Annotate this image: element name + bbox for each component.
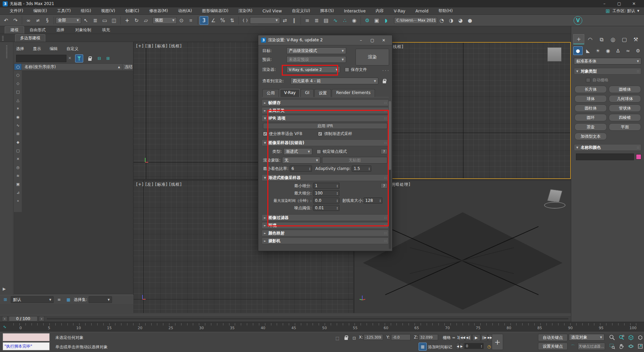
tab-render-elements[interactable]: Render Elements <box>332 89 375 97</box>
ribbon-tab-modeling[interactable]: 建模 <box>5 26 24 34</box>
create-cone-button[interactable]: 圆锥体 <box>609 86 641 93</box>
viewcube[interactable] <box>547 47 561 61</box>
y-coordinate-field[interactable]: -0.0 <box>391 334 411 340</box>
viewcube[interactable] <box>547 189 562 203</box>
filter-geometry-icon[interactable]: ◇ <box>15 81 21 86</box>
render-button[interactable]: 渲染 <box>356 49 389 65</box>
zoom-extents-icon[interactable] <box>627 334 635 342</box>
spinner-icon[interactable]: ▴▾ <box>480 344 482 348</box>
explorer-menu-edit[interactable]: 编辑 <box>50 46 58 52</box>
filter-bones-icon[interactable]: ▢ <box>15 148 21 153</box>
filter-shapes-icon[interactable]: □ <box>15 89 21 95</box>
tab-gi[interactable]: GI <box>301 89 314 97</box>
min-shading-field[interactable]: 6 ▴▾ <box>290 166 312 172</box>
go-to-start-button[interactable]: ❙◀◀ <box>458 334 465 341</box>
column-divider[interactable] <box>122 64 122 70</box>
project-folder-field[interactable]: C:\Users\··· Max 2021 <box>394 17 437 24</box>
filter-cameras-icon[interactable]: ☀ <box>15 106 21 112</box>
menu-interactive[interactable]: Interactive <box>339 9 371 13</box>
filter-materials-icon[interactable]: ◎ <box>15 165 21 170</box>
no-map-button[interactable]: 无贴图 <box>322 157 387 164</box>
set-key-button[interactable]: 设置关键点 <box>538 343 568 350</box>
preset-dropdown[interactable]: 未选定预设 ▼ <box>286 56 346 63</box>
freeze-column-header[interactable]: 冻结 <box>124 64 132 70</box>
tab-hierarchy[interactable]: ⧉ <box>596 34 607 44</box>
dialog-scrollbar[interactable] <box>389 101 391 249</box>
lock-noise-checkbox[interactable] <box>317 149 321 154</box>
filter-layers-icon[interactable]: ⊿ <box>15 190 21 195</box>
select-by-name-button[interactable]: ≣ <box>91 16 100 25</box>
subtab-lights[interactable]: ☀ <box>593 46 603 55</box>
maxscript-listener-output[interactable]: "执行脚本完毕" <box>3 342 50 350</box>
ribbon-tab-freeform[interactable]: 自由形式 <box>24 27 51 34</box>
maximize-viewport-icon[interactable] <box>636 342 644 350</box>
workspace-selector[interactable]: ⊞ 工作区: 默认 ▼ <box>603 7 639 15</box>
menu-modifiers[interactable]: 修改器(M) <box>144 8 173 14</box>
render-production-button[interactable]: ◗ <box>382 16 390 25</box>
create-pyramid-button[interactable]: 四棱锥 <box>609 114 641 121</box>
clear-search-icon[interactable]: ✕ <box>68 56 71 60</box>
schematic-view-button[interactable]: ∴ <box>340 16 349 25</box>
filter-all-icon[interactable]: ○ <box>15 72 21 78</box>
spinner-icon[interactable]: ▴▾ <box>335 206 338 210</box>
named-sets-dropdown[interactable]: ▼ <box>250 17 280 24</box>
menu-file[interactable]: 文件(F) <box>5 8 28 14</box>
drag-handle[interactable] <box>6 45 7 58</box>
menu-content[interactable]: 内容 <box>371 8 389 14</box>
subtab-systems[interactable]: ⚙ <box>633 46 643 55</box>
maxscript-listener-input[interactable] <box>3 333 50 341</box>
select-scale-button[interactable]: ▱ <box>142 16 150 25</box>
time-tag-cube-icon[interactable]: ▦ <box>419 343 427 351</box>
select-link-button[interactable]: ∞ <box>24 16 33 25</box>
explorer-menu-display[interactable]: 显示 <box>33 46 41 52</box>
spinner-icon[interactable]: ▴▾ <box>335 199 338 202</box>
toggle-ribbon-button[interactable]: ▤ <box>322 16 330 25</box>
render-setup-button[interactable]: ⚙ <box>363 16 372 25</box>
previous-key-button[interactable]: ◀❙ <box>465 334 472 341</box>
explorer-menu-customize[interactable]: 自定义 <box>66 46 78 52</box>
create-plane-button[interactable]: 平面 <box>609 123 641 131</box>
subtab-geometry[interactable]: ● <box>573 46 583 55</box>
selection-lock-icon[interactable] <box>342 334 350 342</box>
vray-toolbar-icon[interactable]: V <box>574 16 582 25</box>
filter-selection-icon[interactable]: ⌖ <box>15 198 21 204</box>
autogrid-checkbox[interactable] <box>586 78 590 82</box>
angle-snap-button[interactable]: ∠ <box>209 16 218 25</box>
create-textplus-button[interactable]: 加强型文本 <box>575 133 607 140</box>
collapse-tree-button[interactable]: ⊞ <box>104 54 112 62</box>
dialog-minimize-button[interactable]: – <box>355 36 367 45</box>
spinner-icon[interactable]: ▴▾ <box>378 199 381 202</box>
renderer-dropdown[interactable]: V-Ray 6, update 2 ▼ <box>286 66 340 73</box>
z-coordinate-field[interactable]: 32.099 <box>419 334 438 340</box>
scrollbar-thumb[interactable] <box>389 101 391 170</box>
curve-editor-button[interactable]: ∿ <box>331 16 340 25</box>
category-dropdown[interactable]: 标准基本体 ▼ <box>574 58 641 64</box>
ray-bundle-field[interactable]: 128 ▴▾ <box>364 197 382 204</box>
current-frame-field[interactable]: 0 ▴▾ <box>464 343 484 349</box>
material-editor-button[interactable]: ◉ <box>350 16 359 25</box>
expand-tree-button[interactable]: ⊟ <box>95 54 103 62</box>
viewport-label[interactable]: [+] [顶] [标准] [线框] <box>136 43 182 49</box>
selection-filter-dropdown[interactable]: 全部 ▼ <box>56 17 81 24</box>
align-button[interactable]: ∥ <box>290 16 299 25</box>
select-rotate-button[interactable]: ↻ <box>132 16 141 25</box>
spinner-icon[interactable]: ▴▾ <box>367 167 370 170</box>
render-preset-d-button[interactable]: ● <box>466 16 474 25</box>
rollout-ipr-options[interactable]: ▼ IPR 选项 ∷ <box>262 115 389 122</box>
render-preset-c-button[interactable]: ◕ <box>456 16 465 25</box>
dialog-maximize-button[interactable]: ▢ <box>367 36 378 45</box>
display-column-icon[interactable]: ○ <box>14 64 22 70</box>
zoom-all-icon[interactable] <box>617 334 626 342</box>
grid-view-icon[interactable]: ▦ <box>64 296 72 304</box>
explorer-search-input[interactable] <box>16 55 66 62</box>
filter-groups-icon[interactable]: ⊞ <box>15 131 21 137</box>
dialog-close-button[interactable]: ✕ <box>378 36 389 45</box>
list-view-icon[interactable]: ≡ <box>55 296 63 304</box>
unlink-button[interactable]: ≠ <box>34 16 42 25</box>
filter-lights-icon[interactable]: △ <box>15 97 21 103</box>
menu-create[interactable]: 创建(C) <box>120 8 144 14</box>
adaptivity-clamp-field[interactable]: 1.5 ▴▾ <box>352 166 371 172</box>
bind-spacewarp-button[interactable]: § <box>43 16 52 25</box>
menu-rendering[interactable]: 渲染(R) <box>233 8 258 14</box>
spinner-icon[interactable]: ▴▾ <box>308 167 310 170</box>
